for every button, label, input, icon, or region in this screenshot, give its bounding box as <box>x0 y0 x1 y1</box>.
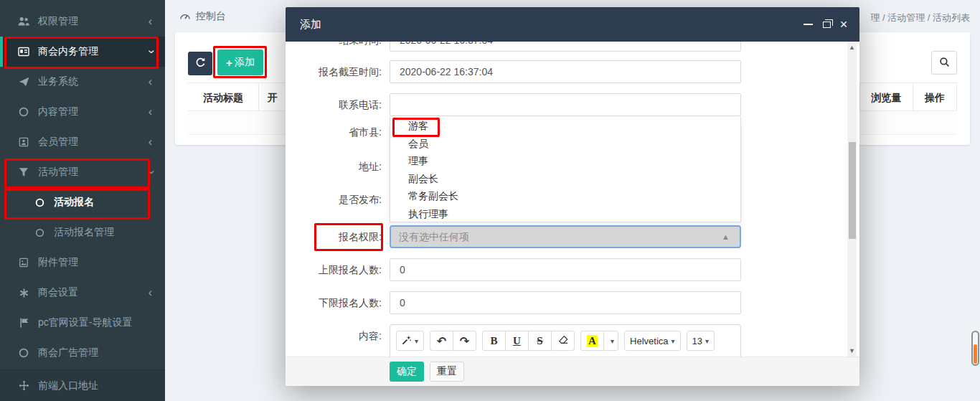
annotation-box-permission-label <box>314 223 383 251</box>
signup-permission-select[interactable]: 没有选中任何项 ▲ <box>390 225 741 248</box>
style-magic-button[interactable]: ▾ <box>396 331 424 351</box>
caret-down-icon: ▾ <box>611 337 614 345</box>
scrollbar-thumb[interactable] <box>849 142 856 239</box>
sidebar-item-label: pc官网设置-导航设置 <box>38 316 132 329</box>
font-color-button[interactable]: A <box>580 331 604 351</box>
close-icon: × <box>840 17 848 32</box>
sidebar-item-label: 会员管理 <box>38 136 78 148</box>
paper-plane-icon <box>17 76 30 88</box>
dropdown-option-executive-vp[interactable]: 常务副会长 <box>390 187 740 205</box>
sidebar-item-permission-mgmt[interactable]: 权限管理 ‹ <box>0 6 165 37</box>
minimize-icon <box>804 24 813 25</box>
sidebar-item-chamber-ads-mgmt[interactable]: 商会广告管理 <box>0 338 165 368</box>
sidebar-item-chamber-settings[interactable]: 商会设置 ‹ <box>0 278 165 308</box>
refresh-button[interactable] <box>188 52 212 75</box>
underline-button[interactable]: U <box>505 331 529 351</box>
sidebar-item-business-system[interactable]: 业务系统 ‹ <box>0 67 165 97</box>
dialog-title: 添加 <box>300 7 321 42</box>
content-rich-text-editor[interactable]: ▾ ↶ ↷ B U S A ▾ <box>390 324 741 357</box>
field-label: 上限报名人数: <box>300 258 382 281</box>
role-dropdown-list: 游客 会员 理事 副会长 常务副会长 执行理事 <box>390 117 741 222</box>
chevron-left-icon: ‹ <box>149 136 152 148</box>
dropdown-option-executive-director[interactable]: 执行理事 <box>390 205 740 223</box>
chevron-left-icon: ‹ <box>149 287 152 298</box>
console-tab-label: 控制台 <box>196 10 226 23</box>
annotation-box-activity-mgmt <box>4 159 150 189</box>
scroll-down-icon[interactable]: ▼ <box>847 347 857 354</box>
breadcrumb[interactable]: 理 / 活动管理 / 活动列表 <box>870 11 970 24</box>
dropdown-option-director[interactable]: 理事 <box>390 152 740 170</box>
page-scrollbar-thumb[interactable] <box>974 344 977 364</box>
annotation-box-activity-signup <box>4 189 150 220</box>
font-color-caret-button[interactable]: ▾ <box>603 331 618 351</box>
form-row: 上限报名人数: 0 <box>286 258 859 281</box>
undo-button[interactable]: ↶ <box>430 331 453 351</box>
caret-up-icon: ▲ <box>722 227 730 247</box>
end-time-input[interactable]: 2020-06-22 16:37:04 <box>390 42 741 52</box>
field-label: 省市县: <box>300 121 382 143</box>
form-row: 下限报名人数: 0 <box>286 291 859 314</box>
field-label: 结束时间: <box>300 42 382 52</box>
sidebar-item-label: 活动报名管理 <box>54 226 114 239</box>
dialog-scrollbar[interactable]: ▲ ▼ <box>847 42 857 357</box>
search-button[interactable] <box>931 51 957 75</box>
dialog-header[interactable]: 添加 × <box>286 7 859 42</box>
contact-phone-input[interactable] <box>390 93 741 116</box>
redo-button[interactable]: ↷ <box>453 331 476 351</box>
eraser-button[interactable] <box>551 331 575 351</box>
sidebar-item-label: 前端入口地址 <box>38 379 98 392</box>
field-label: 内容: <box>300 324 382 347</box>
sidebar-item-pc-site-nav-settings[interactable]: pc官网设置-导航设置 <box>0 308 165 338</box>
circle-icon <box>33 227 46 238</box>
member-card-icon <box>17 136 30 148</box>
caret-down-icon: ▾ <box>705 337 709 345</box>
dashboard-icon <box>179 11 191 22</box>
font-family-button[interactable]: Helvetica ▾ <box>624 331 681 351</box>
console-tab[interactable]: 控制台 <box>179 10 226 23</box>
signup-deadline-input[interactable]: 2020-06-22 16:37:04 <box>390 60 741 83</box>
confirm-button[interactable]: 确定 <box>390 362 424 382</box>
users-icon <box>17 16 30 27</box>
field-label: 地址: <box>300 155 382 178</box>
caret-down-icon: ▾ <box>672 337 675 345</box>
dropdown-option-member[interactable]: 会员 <box>390 135 740 153</box>
min-signup-input[interactable]: 0 <box>390 291 741 314</box>
reset-button[interactable]: 重置 <box>430 362 464 382</box>
sidebar-item-activity-signup-mgmt[interactable]: 活动报名管理 <box>0 217 165 247</box>
sidebar-item-attachment-mgmt[interactable]: 附件管理 <box>0 247 165 278</box>
sidebar-item-frontend-entry[interactable]: 前端入口地址 <box>0 369 165 401</box>
maximize-button[interactable] <box>819 7 834 42</box>
form-row: 结束时间: 2020-06-22 16:37:04 <box>286 42 859 52</box>
field-label: 联系电话: <box>300 93 382 116</box>
dropdown-option-visitor[interactable]: 游客 <box>390 117 740 135</box>
chevron-left-icon: ‹ <box>149 76 152 88</box>
dialog-body: 结束时间: 2020-06-22 16:37:04 报名截至时间: 2020-0… <box>286 42 859 357</box>
scroll-up-icon[interactable]: ▲ <box>847 44 857 51</box>
add-dialog: 添加 × 结束时间: 2020-06-22 16:37:04 报名截至时间: 2… <box>286 7 859 386</box>
maximize-icon <box>823 22 831 28</box>
sidebar-item-content-mgmt[interactable]: 内容管理 ‹ <box>0 97 165 127</box>
chevron-left-icon: ‹ <box>149 106 152 118</box>
font-size-button[interactable]: 13 ▾ <box>687 331 715 351</box>
redo-icon: ↷ <box>460 334 469 348</box>
page-scrollbar[interactable] <box>971 331 979 366</box>
search-icon <box>939 57 950 70</box>
move-icon <box>17 380 30 391</box>
eraser-icon <box>558 335 568 346</box>
close-button[interactable]: × <box>837 7 851 42</box>
magic-wand-icon <box>402 335 412 347</box>
column-header-activity-title: 活动标题 <box>188 83 259 112</box>
form-row: 联系电话: <box>286 93 859 116</box>
dropdown-option-vice-president[interactable]: 副会长 <box>390 170 740 188</box>
max-signup-input[interactable]: 0 <box>390 258 741 281</box>
caret-down-icon: ▾ <box>415 337 418 345</box>
strikethrough-button[interactable]: S <box>528 331 552 351</box>
sidebar-item-label: 内容管理 <box>38 105 78 118</box>
field-label: 是否发布: <box>300 188 382 211</box>
font-size-label: 13 <box>692 336 702 346</box>
refresh-icon <box>195 57 206 70</box>
minimize-button[interactable] <box>801 7 815 42</box>
sidebar-item-label: 权限管理 <box>38 15 78 28</box>
bold-button[interactable]: B <box>482 331 506 351</box>
sidebar-item-member-mgmt[interactable]: 会员管理 ‹ <box>0 127 165 157</box>
